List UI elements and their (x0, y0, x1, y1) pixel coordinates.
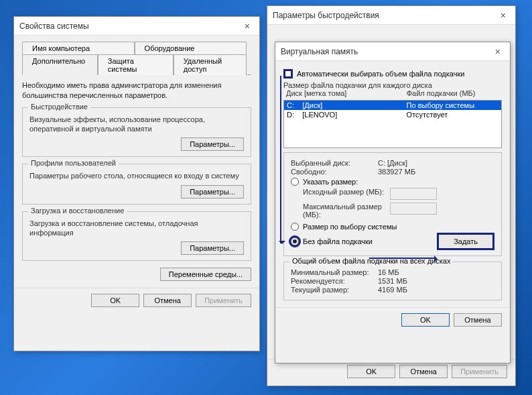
annotation-arrow-icon (369, 258, 436, 259)
user-profiles-group: Профили пользователей Параметры рабочего… (22, 164, 251, 204)
cancel-button[interactable]: Отмена (399, 365, 448, 378)
drive-list[interactable]: C: [Диск] По выбору системы D: [LENOVO] … (283, 100, 502, 148)
user-profiles-settings-button[interactable]: Параметры... (181, 185, 244, 199)
initial-size-input[interactable] (390, 188, 437, 200)
annotation-arrow-icon (280, 76, 281, 243)
tab-advanced[interactable]: Дополнительно (22, 54, 98, 75)
tab-system-protection[interactable]: Защита системы (98, 54, 174, 75)
tab-computer-name[interactable]: Имя компьютера (22, 42, 135, 54)
window-title: Свойства системы (19, 21, 89, 31)
environment-variables-button[interactable]: Переменные среды... (160, 268, 251, 281)
startup-recovery-legend: Загрузка и восстановление (28, 207, 127, 215)
radio-no-paging-file[interactable]: Без файла подкачки (291, 237, 373, 245)
apply-button[interactable]: Применить (452, 365, 507, 378)
startup-recovery-text: Загрузка и восстановление системы, отлад… (29, 219, 244, 238)
max-size-label: Максимальный размер (МБ): (303, 203, 390, 219)
radio-icon[interactable] (291, 237, 299, 245)
table-row[interactable]: D: [LENOVO] Отсутствует (284, 110, 501, 119)
dialog-buttons: OK Отмена Применить (14, 288, 259, 313)
selected-drive-label: Выбранный диск: (291, 159, 378, 167)
admin-note: Необходимо иметь права администратора дл… (22, 80, 251, 101)
titlebar: Свойства системы × (14, 17, 259, 36)
user-profiles-text: Параметры рабочего стола, относящиеся ко… (29, 171, 244, 180)
tab-hardware[interactable]: Оборудование (135, 42, 247, 54)
close-icon[interactable]: × (241, 21, 254, 32)
radio-system-managed[interactable]: Размер по выбору системы (291, 223, 494, 231)
radio-icon[interactable] (291, 223, 299, 231)
cancel-button[interactable]: Отмена (454, 313, 502, 327)
free-space-label: Свободно: (291, 168, 378, 176)
per-drive-label: Размер файла подкачки для каждого диска (283, 81, 502, 89)
max-size-input[interactable] (390, 203, 437, 215)
col-header-file: Файл подкачки (МБ) (407, 89, 499, 97)
auto-manage-label: Автоматически выбирать объем файла подка… (297, 70, 464, 78)
ok-button[interactable]: OK (401, 313, 450, 327)
titlebar: Виртуальная память × (275, 42, 510, 61)
user-profiles-legend: Профили пользователей (28, 159, 119, 167)
cancel-button[interactable]: Отмена (143, 294, 192, 307)
startup-recovery-settings-button[interactable]: Параметры... (181, 241, 244, 255)
ok-button[interactable]: OK (91, 294, 139, 307)
selected-drive-value: C: [Диск] (378, 159, 407, 167)
ok-button[interactable]: OK (347, 365, 395, 378)
performance-text: Визуальные эффекты, использование процес… (29, 115, 244, 134)
performance-group: Быстродействие Визуальные эффекты, испол… (22, 107, 251, 158)
radio-custom-size[interactable]: Указать размер: (291, 178, 494, 186)
tab-remote[interactable]: Удаленный доступ (174, 54, 247, 75)
table-row[interactable]: C: [Диск] По выбору системы (284, 101, 501, 110)
virtual-memory-window: Виртуальная память × Автоматически выбир… (275, 42, 511, 363)
system-properties-window: Свойства системы × Имя компьютера Оборуд… (13, 16, 260, 351)
min-size-value: 16 МБ (378, 268, 399, 276)
close-icon[interactable]: × (491, 46, 505, 57)
recommended-value: 1531 МБ (378, 277, 407, 285)
titlebar: Параметры быстродействия × (267, 6, 515, 25)
initial-size-label: Исходный размер (МБ): (303, 188, 390, 200)
free-space-value: 383927 МБ (378, 168, 415, 176)
set-button[interactable]: Задать (437, 233, 494, 250)
current-size-value: 4169 МБ (378, 286, 407, 294)
performance-settings-button[interactable]: Параметры... (181, 137, 244, 151)
close-icon[interactable]: × (496, 10, 510, 21)
col-header-drive: Диск [метка тома] (286, 89, 407, 97)
startup-recovery-group: Загрузка и восстановление Загрузка и вос… (22, 211, 251, 262)
auto-manage-checkbox-row[interactable]: Автоматически выбирать объем файла подка… (283, 69, 502, 78)
window-title: Параметры быстродействия (273, 11, 379, 20)
window-title: Виртуальная память (281, 47, 358, 56)
performance-legend: Быстродействие (28, 103, 90, 111)
checkbox-icon[interactable] (283, 69, 293, 78)
tabs: Имя компьютера Оборудование Дополнительн… (22, 41, 251, 75)
recommended-label: Рекомендуется: (291, 277, 378, 285)
min-size-label: Минимальный размер: (291, 268, 378, 276)
radio-icon[interactable] (291, 178, 299, 186)
dialog-buttons: OK Отмена (275, 307, 510, 332)
current-size-label: Текущий размер: (291, 286, 378, 294)
apply-button[interactable]: Применить (196, 294, 251, 307)
